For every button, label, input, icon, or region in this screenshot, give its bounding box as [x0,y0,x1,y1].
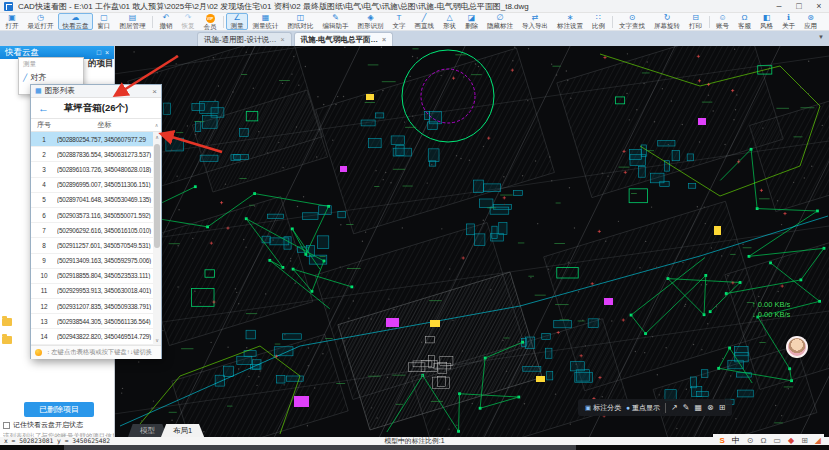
ribbon-layer-manager-button[interactable]: ▤图层管理 [115,13,150,30]
ribbon-recent-open-button[interactable]: ◷最近打开 [23,13,58,30]
row-index: 1 [31,136,57,143]
table-row[interactable]: 14(502943822.820, 3450469514.729) [31,329,161,344]
ribbon-edit-assistant-button[interactable]: ✎编辑助手 [318,13,353,30]
popup-title: 图形列表 [45,86,75,96]
table-row[interactable]: 3(502896103.726, 3450480628.018) [31,162,161,177]
ribbon-erase-button[interactable]: ◪删除 [461,13,483,30]
delete-icon[interactable]: ⊗ [707,399,714,416]
ribbon-annotation-settings-button[interactable]: ∗标注设置 [553,13,588,30]
scroll-down-icon[interactable]: ∨ [153,335,161,345]
table-row[interactable]: 2(502887836.554, 3450631273.537) [31,147,161,162]
tray-tablet-icon[interactable]: ▭ [773,436,781,445]
tray-diamond-logo-icon[interactable]: ◆ [788,436,794,445]
avatar[interactable] [786,336,808,358]
popup-scrollbar[interactable]: ∧ ∨ [153,132,161,345]
scrollbar-thumb[interactable] [154,144,160,248]
table-row[interactable]: 8(502911257.601, 3450570549.531) [31,238,161,253]
ribbon-cloud-drive-button[interactable]: ☁快看云盘 [58,13,93,30]
back-arrow-icon[interactable]: ← [38,98,49,118]
export-icon[interactable]: ↗ [671,399,678,416]
ribbon-account-button[interactable]: ☺账号 [712,13,734,30]
file-tab-weak-current-plan[interactable]: 讯施-电气弱电总平面…× [294,32,394,46]
layout-tab-layout1[interactable]: 布局1 [161,424,204,437]
ribbon-style-button[interactable]: ◧风格 [756,13,778,30]
ribbon-apps-button[interactable]: ⊛应用 [800,13,822,30]
close-panel-icon[interactable]: × [105,49,109,56]
scroll-up-icon[interactable]: ∧ [153,132,161,142]
scroll-up-icon[interactable]: ∧ [152,122,161,128]
table-row[interactable]: 6(502903573.116, 3450550071.592) [31,208,161,223]
table-row[interactable]: 7(502906292.616, 3450616105.010) [31,223,161,238]
row-coordinate: (502896995.007, 3450511306.151) [57,181,161,188]
toolbar-separator [709,16,710,28]
tray-brush-icon[interactable]: ◢ [815,436,821,445]
hide-annotation-icon: ∅ [497,14,504,22]
remember-state-row[interactable]: 记住快看云盘开启状态 [3,420,83,430]
table-row[interactable]: 10(502918855.804, 3450523533.111) [31,269,161,284]
table-row[interactable]: 9(502913409.163, 3450592975.006) [31,254,161,269]
canvas-toolbar-annotation-category[interactable]: ▣标注分类 [585,403,621,413]
ribbon-redo-button[interactable]: ↷恢复 [177,13,199,30]
shape-label: 形状 [443,22,456,29]
minimize-button[interactable]: – [769,0,789,13]
file-tab-general-design[interactable]: 讯施-通用图-设计说…× [197,32,292,46]
tray-grid-icon[interactable]: ⊞ [801,436,808,445]
ribbon-shape-recognition-button[interactable]: ◈图形识别 [353,13,388,30]
tray-dot-icon[interactable]: ⊙ [747,436,754,445]
ribbon-shape-button[interactable]: △形状 [439,13,461,30]
ribbon-drawing-compare-button[interactable]: ◫图纸对比 [283,13,318,30]
maximize-button[interactable]: □ [789,0,809,13]
remember-checkbox[interactable] [3,422,10,429]
edit-assistant-icon: ✎ [332,14,339,22]
row-index: 14 [31,333,57,340]
row-coordinate: (502913409.163, 3450592975.006) [57,257,161,264]
tray-headset-icon[interactable]: Ω [760,436,766,445]
ribbon-text-button[interactable]: T文字 [388,13,410,30]
ribbon-vip-button[interactable]: VIP会员 [199,13,221,30]
measure-label: 测量 [231,22,244,29]
close-tab-icon[interactable]: × [281,36,285,43]
table-row[interactable]: 4(502896995.007, 3450511306.151) [31,178,161,193]
ribbon-print-button[interactable]: ⊟打印 [685,13,707,30]
ribbon-import-export-button[interactable]: ⇄导入导出 [518,13,553,30]
ribbon-support-button[interactable]: Ω客服 [734,13,756,30]
ribbon-scale-button[interactable]: ∷比例 [588,13,610,30]
import-export-icon: ⇄ [532,14,539,22]
ribbon-screen-rotate-button[interactable]: ↻屏幕旋转 [650,13,685,30]
projects-label[interactable]: 的项目 [88,58,114,70]
folder-icon[interactable] [2,336,12,344]
layer-manager-label: 图层管理 [120,22,146,29]
table-row[interactable]: 5(502897041.648, 3450530469.135) [31,193,161,208]
layout-tab-model[interactable]: 模型 [128,424,167,437]
table-row[interactable]: 12(502931207.835, 3450509338.791) [31,299,161,314]
chevron-down-icon[interactable]: ▼ [818,34,824,40]
ribbon-measure-button[interactable]: ∠测量 [226,13,248,30]
canvas-toolbar-highlight-display[interactable]: ●重点显示 [626,403,660,413]
status-bar: x = 502823081 y = 3450625482 模型中的标注比例:1 … [0,437,829,445]
grid-icon[interactable]: ⊞ [719,399,726,416]
deleted-projects-button[interactable]: 已删除项目 [24,402,94,417]
ribbon-text-search-button[interactable]: ⊙文字查找 [615,13,650,30]
table-row[interactable]: 1(502880254.757, 3450607977.29 [31,132,161,147]
measure-menu-item-align[interactable]: ╱ 对齐 [19,70,83,85]
ribbon-about-button[interactable]: ℹ关于 [778,13,800,30]
tray-s-logo-icon[interactable]: S [719,436,724,445]
popup-close-icon[interactable]: × [152,87,157,96]
ribbon-measure-stats-button[interactable]: ▦测量统计 [248,13,283,30]
float-panel-icon[interactable]: □ [97,49,101,56]
close-button[interactable]: × [809,0,829,13]
table-row[interactable]: 11(502929953.913, 3450630018.401) [31,284,161,299]
ribbon-hide-annotation-button[interactable]: ∅隐藏标注 [483,13,518,30]
table-icon[interactable]: ▦ [695,399,703,416]
folder-icon[interactable] [2,318,12,326]
tray-ime-icon[interactable]: 中 [732,436,740,445]
ribbon-open-button[interactable]: ▣打开 [1,13,23,30]
close-tab-icon[interactable]: × [382,36,386,43]
scale-label: 比例 [592,22,605,29]
edit-icon[interactable]: ✎ [683,399,690,416]
ribbon-window-button[interactable]: ▢窗口 [93,13,115,30]
ribbon-undo-button[interactable]: ↶撤销 [155,13,177,30]
ribbon-draw-line-button[interactable]: ╱画直线 [410,13,439,30]
window-label: 窗口 [98,22,111,29]
table-row[interactable]: 13(502938544.305, 3450561136.564) [31,314,161,329]
